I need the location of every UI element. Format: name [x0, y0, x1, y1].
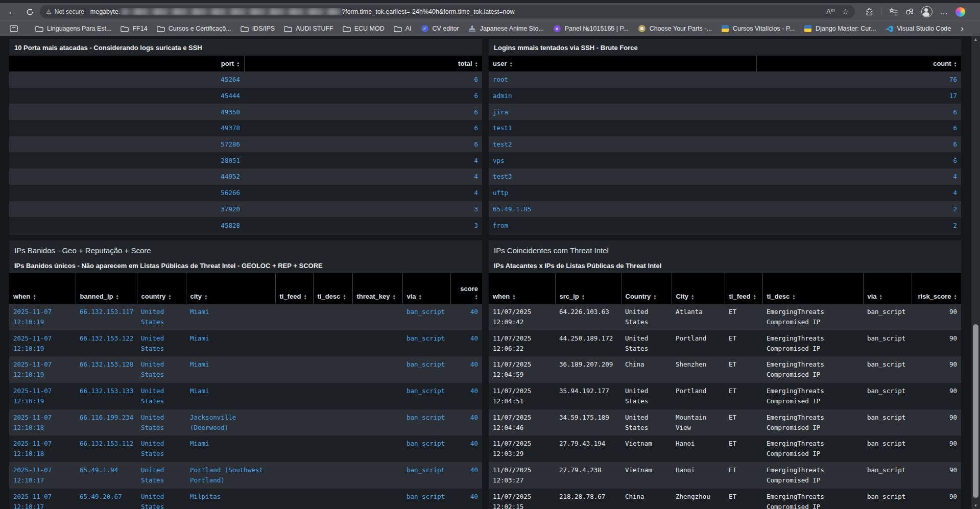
- table-cell[interactable]: Miami: [186, 435, 275, 462]
- bookmark-item[interactable]: Panel №1015165 | P...: [548, 23, 633, 34]
- table-cell[interactable]: ban_script: [402, 304, 450, 330]
- column-header[interactable]: user▲▼: [489, 56, 756, 71]
- table-cell[interactable]: 2: [756, 201, 961, 217]
- table-cell[interactable]: 6: [244, 104, 482, 120]
- column-header[interactable]: src_ip▲▼: [555, 273, 621, 304]
- table-cell[interactable]: ban_script: [402, 435, 450, 462]
- favorite-star-icon[interactable]: ☆: [842, 7, 849, 16]
- table-cell[interactable]: ban_script: [402, 383, 450, 409]
- table-cell[interactable]: 4: [244, 168, 482, 185]
- collections-icon[interactable]: [889, 7, 898, 16]
- table-cell[interactable]: [313, 409, 352, 436]
- table-cell[interactable]: [275, 330, 313, 357]
- table-cell[interactable]: [313, 383, 352, 409]
- scrollbar-thumb[interactable]: [973, 324, 978, 498]
- table-cell[interactable]: United States: [137, 462, 186, 489]
- column-header[interactable]: Country▲▼: [621, 273, 672, 304]
- scroll-down-arrow[interactable]: ▼: [971, 502, 980, 509]
- table-cell[interactable]: 4: [244, 152, 482, 168]
- table-cell[interactable]: [313, 435, 352, 462]
- table-cell[interactable]: 49350: [9, 104, 244, 120]
- table-cell[interactable]: Miami: [186, 383, 275, 409]
- table-cell[interactable]: United States: [137, 409, 186, 436]
- bookmark-item[interactable]: Cursos Vitalícios - P...: [716, 23, 799, 34]
- back-button[interactable]: ←: [5, 5, 19, 19]
- table-cell[interactable]: [352, 462, 402, 489]
- table-cell[interactable]: from: [489, 217, 756, 233]
- table-cell[interactable]: 65.49.1.94: [76, 462, 137, 489]
- table-cell[interactable]: vps: [489, 152, 756, 168]
- bookmark-item[interactable]: Japanese Anime Sto...: [464, 23, 548, 34]
- table-cell[interactable]: [275, 409, 313, 436]
- table-cell[interactable]: [313, 489, 352, 509]
- bookmark-item[interactable]: Linguagens Para Est...: [31, 23, 116, 34]
- table-cell[interactable]: 40: [450, 356, 482, 383]
- bookmark-item[interactable]: ECU MOD: [338, 23, 389, 34]
- table-cell[interactable]: 37920: [9, 201, 244, 217]
- table-cell[interactable]: 6: [756, 120, 961, 136]
- vertical-scrollbar[interactable]: ▲ ▼: [971, 36, 980, 509]
- table-cell[interactable]: [352, 304, 402, 330]
- table-cell[interactable]: Miami: [186, 330, 275, 357]
- column-header[interactable]: ti_feed▲▼: [275, 273, 313, 304]
- table-cell[interactable]: 66.132.153.133: [76, 383, 137, 409]
- column-header[interactable]: city▲▼: [186, 273, 275, 304]
- table-cell[interactable]: 65.49.1.85: [489, 201, 756, 217]
- table-cell[interactable]: [352, 435, 402, 462]
- table-cell[interactable]: uftp: [489, 185, 756, 201]
- table-cell[interactable]: 6: [756, 136, 961, 153]
- table-cell[interactable]: 40: [450, 330, 482, 357]
- table-cell[interactable]: test1: [489, 120, 756, 136]
- column-header[interactable]: via▲▼: [863, 273, 912, 304]
- table-cell[interactable]: Miami: [186, 356, 275, 383]
- table-cell[interactable]: 6: [756, 152, 961, 168]
- column-header[interactable]: count▲▼: [756, 56, 961, 71]
- column-header[interactable]: when▲▼: [489, 273, 555, 304]
- column-header[interactable]: when▲▼: [9, 273, 76, 304]
- table-cell[interactable]: [275, 435, 313, 462]
- table-cell[interactable]: 45828: [9, 217, 244, 233]
- table-cell[interactable]: 56266: [9, 185, 244, 201]
- table-cell[interactable]: test3: [489, 168, 756, 185]
- split-screen-icon[interactable]: [905, 7, 914, 16]
- table-cell[interactable]: United States: [137, 435, 186, 462]
- table-cell[interactable]: 2025-11-07 12:10:17: [9, 462, 76, 489]
- column-header[interactable]: risk_score▲▼: [912, 273, 961, 304]
- table-cell[interactable]: [275, 304, 313, 330]
- table-cell[interactable]: 40: [450, 409, 482, 436]
- table-cell[interactable]: 40: [450, 435, 482, 462]
- table-cell[interactable]: 6: [244, 88, 482, 104]
- table-cell[interactable]: jira: [489, 104, 756, 120]
- table-cell[interactable]: 66.132.153.122: [76, 330, 137, 357]
- table-cell[interactable]: 57286: [9, 136, 244, 153]
- table-cell[interactable]: 40: [450, 383, 482, 409]
- table-cell[interactable]: 6: [756, 104, 961, 120]
- table-cell[interactable]: 2: [756, 217, 961, 233]
- column-header[interactable]: total▲▼: [244, 56, 482, 71]
- table-cell[interactable]: [352, 383, 402, 409]
- table-cell[interactable]: [313, 330, 352, 357]
- table-cell[interactable]: 4: [756, 168, 961, 185]
- table-cell[interactable]: 40: [450, 489, 482, 509]
- address-bar[interactable]: ⚠ Not secure megabyte. ?form.time_tok.ea…: [40, 5, 855, 18]
- column-header[interactable]: banned_ip▲▼: [76, 273, 137, 304]
- table-cell[interactable]: ban_script: [402, 462, 450, 489]
- column-header[interactable]: via▲▼: [402, 273, 450, 304]
- table-cell[interactable]: [352, 356, 402, 383]
- bookmark-item[interactable]: IDS/IPS: [236, 23, 279, 34]
- settings-menu-icon[interactable]: …: [940, 7, 948, 16]
- table-cell[interactable]: 45264: [9, 71, 244, 88]
- copilot-icon[interactable]: [955, 7, 965, 17]
- table-cell[interactable]: 40: [450, 304, 482, 330]
- table-cell[interactable]: 45444: [9, 88, 244, 104]
- bookmark-item[interactable]: ✓CV editor: [416, 23, 464, 34]
- read-aloud-icon[interactable]: A))): [826, 8, 834, 15]
- table-cell[interactable]: 2025-11-07 12:10:18: [9, 409, 76, 436]
- table-cell[interactable]: [275, 462, 313, 489]
- refresh-button[interactable]: [22, 5, 37, 19]
- table-cell[interactable]: admin: [489, 88, 756, 104]
- table-cell[interactable]: [352, 330, 402, 357]
- table-cell[interactable]: [313, 356, 352, 383]
- table-cell[interactable]: 40: [450, 462, 482, 489]
- column-header[interactable]: threat_key▲▼: [352, 273, 402, 304]
